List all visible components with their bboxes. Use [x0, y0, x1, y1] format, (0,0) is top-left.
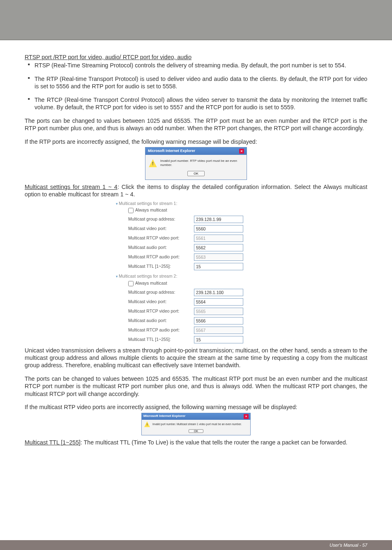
heading-multicast-ttl: Multicast TTL [1~255]	[25, 439, 81, 446]
stream2-rows: Multicast group address: Multicast video…	[116, 288, 276, 344]
ok-button[interactable]: OK	[189, 429, 203, 433]
para-rtp-warn: If the RTP ports are incorrectly assigne…	[25, 138, 367, 145]
settings-row: Multicast TTL [1~255]:	[128, 335, 276, 344]
dialog-title-text: Microsoft Internet Explorer	[143, 414, 185, 419]
setting-input[interactable]	[194, 317, 243, 324]
dialog-titlebar: Microsoft Internet Explorer ×	[145, 147, 247, 155]
setting-input-disabled	[194, 253, 243, 261]
setting-label: Multicast audio port:	[128, 245, 194, 251]
setting-label: Multicast TTL [1~255]:	[128, 264, 194, 269]
page-body: RTSP port /RTP port for video, audio/ RT…	[0, 40, 392, 540]
stream2-always-row: Always multicast	[128, 281, 276, 286]
setting-input-disabled	[194, 308, 243, 315]
stream1-rows: Multicast group address: Multicast video…	[116, 215, 276, 271]
setting-label: Multicast RTCP audio port:	[128, 254, 194, 260]
setting-input-disabled	[194, 235, 243, 242]
dialog-title-text: Microsoft Internet Explorer	[148, 149, 195, 154]
setting-label: Multicast RTCP video port:	[128, 308, 194, 314]
para-mcast-ports: The ports can be changed to values betwe…	[25, 375, 367, 398]
setting-label: Multicast RTCP audio port:	[128, 327, 194, 333]
stream1-title[interactable]: ▾Multicast settings for stream 1:	[116, 201, 276, 207]
para-ttl: : The multicast TTL (Time To Live) is th…	[81, 439, 348, 446]
multicast-settings-panel: ▾Multicast settings for stream 1: Always…	[116, 201, 276, 344]
stream1-always-checkbox[interactable]	[128, 208, 134, 213]
setting-label: Multicast TTL [1~255]:	[128, 337, 194, 343]
para-mcast-warn: If the multicast RTP video ports are inc…	[25, 403, 367, 411]
setting-label: Multicast RTCP video port:	[128, 235, 194, 241]
para-unicast: Unicast video transmission delivers a st…	[25, 347, 367, 369]
chevron-down-icon: ▾	[116, 202, 118, 206]
bullet-rtcp: The RTCP (Real-time Transport Control Pr…	[30, 96, 367, 111]
dialog-titlebar: Microsoft Internet Explorer ×	[142, 413, 250, 420]
stream2-always-checkbox[interactable]	[128, 281, 134, 286]
setting-input[interactable]	[194, 336, 243, 343]
heading-rtsp: RTSP port /RTP port for video, audio/ RT…	[25, 54, 191, 60]
settings-row: Multicast RTCP audio port:	[128, 326, 276, 335]
setting-input[interactable]	[194, 225, 243, 232]
bullet-rtp: The RTP (Real-time Transport Protocol) i…	[30, 75, 367, 90]
page-footer: User's Manual - 57	[0, 540, 392, 550]
setting-label: Multicast video port:	[128, 299, 194, 305]
warning-dialog-1: Microsoft Internet Explorer × Invalid po…	[145, 147, 247, 180]
close-icon[interactable]: ×	[244, 414, 249, 419]
setting-input[interactable]	[194, 298, 243, 306]
setting-label: Multicast group address:	[128, 290, 194, 295]
setting-input[interactable]	[194, 289, 243, 296]
setting-label: Multicast video port:	[128, 226, 194, 232]
top-margin	[0, 0, 392, 40]
settings-row: Multicast RTCP video port:	[128, 234, 276, 243]
settings-row: Multicast RTCP video port:	[128, 307, 276, 316]
dialog-message: Invalid port number. RTP video port must…	[160, 159, 243, 168]
setting-input-disabled	[194, 327, 243, 334]
settings-row: Multicast video port:	[128, 224, 276, 233]
warning-icon	[149, 159, 157, 167]
settings-row: Multicast TTL [1~255]:	[128, 262, 276, 271]
ok-button[interactable]: OK	[187, 171, 205, 176]
settings-row: Multicast RTCP audio port:	[128, 253, 276, 262]
para-ports-range: The ports can be changed to values betwe…	[25, 117, 367, 132]
dialog-message: Invalid port number. Multicast stream 1 …	[152, 423, 248, 426]
warning-dialog-2: Microsoft Internet Explorer × Invalid po…	[141, 413, 251, 435]
stream1-always-row: Always multicast	[128, 207, 276, 213]
close-icon[interactable]: ×	[239, 149, 244, 154]
settings-row: Multicast group address:	[128, 215, 276, 224]
bullet-rtsp: RTSP (Real-Time Streaming Protocol) cont…	[30, 62, 367, 69]
setting-input[interactable]	[194, 244, 243, 251]
stream2-title[interactable]: ▾Multicast settings for stream 2:	[116, 274, 276, 279]
setting-label: Multicast audio port:	[128, 318, 194, 324]
footer-text: User's Manual - 57	[330, 543, 367, 548]
settings-row: Multicast video port:	[128, 297, 276, 306]
setting-input[interactable]	[194, 263, 243, 270]
settings-row: Multicast audio port:	[128, 316, 276, 325]
stream1-always-label: Always multicast	[135, 207, 167, 212]
settings-row: Multicast group address:	[128, 288, 276, 297]
heading-multicast-stream: Multicast settings for stream 1 ~ 4	[25, 184, 118, 190]
setting-label: Multicast group address:	[128, 216, 194, 222]
settings-row: Multicast audio port:	[128, 243, 276, 252]
stream2-always-label: Always multicast	[135, 281, 167, 285]
chevron-down-icon: ▾	[116, 274, 118, 278]
warning-icon	[144, 421, 150, 427]
bullet-list: RTSP (Real-Time Streaming Protocol) cont…	[25, 62, 367, 111]
setting-input[interactable]	[194, 216, 243, 223]
